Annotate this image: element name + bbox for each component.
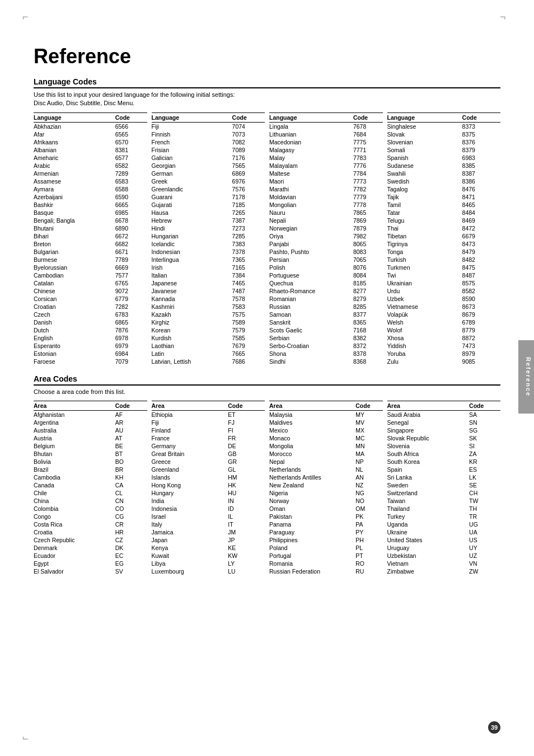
lang-name: Volapük — [387, 311, 462, 318]
table-row: Telugu8469 — [387, 217, 501, 224]
area-code: SV — [115, 567, 147, 575]
lang-code: 8277 — [353, 287, 383, 295]
lang-name: Hebrew — [152, 217, 232, 224]
table-row: Serbian8382 — [269, 334, 383, 342]
area-name: Senegal — [387, 419, 470, 426]
area-name: Colombia — [34, 505, 115, 513]
lang-code: 7273 — [232, 224, 265, 232]
table-row: GreeceGR — [152, 458, 265, 466]
area-name: Ethiopia — [152, 411, 228, 419]
table-row: Mongolian7778 — [269, 201, 383, 209]
lang-name: Aymara — [34, 185, 115, 193]
table-row: Tagalog8476 — [387, 185, 501, 193]
lang-name: Nepali — [269, 217, 353, 224]
lang-name: Swahili — [387, 170, 462, 177]
lang-name: Arabic — [34, 162, 115, 170]
lang-name: Spanish — [387, 154, 462, 162]
lang-code: 8381 — [115, 146, 147, 154]
area-code: SG — [469, 426, 500, 434]
lang-code: 7779 — [353, 193, 383, 201]
area-name: Philippines — [269, 536, 355, 544]
area-name: Israel — [152, 513, 228, 520]
table-row: Hong KongHK — [152, 481, 265, 489]
lang-name: Russian — [269, 303, 353, 311]
lang-name: Faroese — [34, 358, 115, 365]
lang-name: Lithuanian — [269, 130, 353, 138]
area-name: Denmark — [34, 544, 115, 552]
area-codes-section: Area Codes Choose a area code from this … — [34, 374, 500, 575]
area-name: Uzbekistan — [387, 552, 470, 560]
table-row: Slovak RepublicSK — [387, 434, 501, 442]
table-row: Scots Gaelic7168 — [269, 326, 383, 334]
area-code: MA — [355, 450, 382, 458]
lang-code: 7778 — [353, 201, 383, 209]
table-row: Tigrinya8473 — [387, 240, 501, 248]
lang-name: Croatian — [34, 303, 115, 311]
lang-name: Czech — [34, 311, 115, 318]
table-row: Lithuanian7684 — [269, 130, 383, 138]
table-row: Twi8487 — [387, 271, 501, 279]
lang-code: 8387 — [462, 170, 500, 177]
lang-code: 8779 — [462, 326, 500, 334]
table-row: ParaguayPY — [269, 528, 383, 536]
table-row: Gujarati7185 — [152, 201, 265, 209]
table-row: Hindi7273 — [152, 224, 265, 232]
lang-code: 6869 — [232, 170, 265, 177]
lang-name: Bihari — [34, 232, 115, 240]
table-row: IslandsHM — [152, 473, 265, 481]
area-name: Czech Republic — [34, 536, 115, 544]
table-row: United StatesUS — [387, 536, 501, 544]
lang-code: 6665 — [115, 201, 147, 209]
table-row: VietnamVN — [387, 560, 501, 567]
table-row: Urdu8582 — [387, 287, 501, 295]
table-row: UruguayUY — [387, 544, 501, 552]
area-code: KW — [228, 552, 265, 560]
area-code: RO — [355, 560, 382, 567]
lang-name: Sudanese — [387, 162, 462, 170]
lang-name: Serbian — [269, 334, 353, 342]
lang-code: 6682 — [115, 240, 147, 248]
lang-code: 8285 — [353, 303, 383, 311]
area-name: New Zealand — [269, 481, 355, 489]
table-row: AustraliaAU — [34, 426, 147, 434]
lang-header-1: Language — [34, 112, 115, 122]
table-row: CongoCG — [34, 513, 147, 520]
area-code: AN — [355, 473, 382, 481]
table-row: Maori7773 — [269, 177, 383, 185]
lang-code: 7589 — [232, 318, 265, 326]
lang-name: Malayalam — [269, 162, 353, 170]
area-name: Greece — [152, 458, 228, 466]
lang-code: 8979 — [462, 350, 500, 358]
lang-code: 6779 — [115, 295, 147, 303]
area-codes-title: Area Codes — [34, 374, 500, 386]
area-code: PL — [355, 544, 382, 552]
area-name: Turkey — [387, 513, 470, 520]
table-row: ColombiaCO — [34, 505, 147, 513]
language-codes-section: Language Codes Use this list to input yo… — [34, 77, 500, 365]
area-code: TH — [469, 505, 500, 513]
area-name: Spain — [387, 466, 470, 473]
lang-code: 6765 — [115, 279, 147, 287]
area-name: Hungary — [152, 489, 228, 497]
lang-code: 6590 — [115, 193, 147, 201]
corner-mark-tl: ⌐ — [22, 11, 29, 23]
area-code: LY — [228, 560, 265, 567]
table-row: ArgentinaAR — [34, 419, 147, 426]
lang-name: Uzbek — [387, 295, 462, 303]
table-row: Japanese7465 — [152, 279, 265, 287]
table-row: Slovenian8376 — [387, 138, 501, 146]
lang-name: Oriya — [269, 232, 353, 240]
table-row: Turkish8482 — [387, 256, 501, 264]
lang-code: 7982 — [353, 232, 383, 240]
lang-code: 7679 — [232, 342, 265, 350]
table-row: Laothian7679 — [152, 342, 265, 350]
table-row: Korean7579 — [152, 326, 265, 334]
lang-name: Albanian — [34, 146, 115, 154]
area-header-1: Area — [34, 401, 115, 411]
area-code: NG — [355, 489, 382, 497]
lang-name: Malagasy — [269, 146, 353, 154]
area-code: LK — [469, 473, 500, 481]
lang-name: Moldavian — [269, 193, 353, 201]
area-header-4: Area — [387, 401, 470, 411]
area-code: UY — [469, 544, 500, 552]
